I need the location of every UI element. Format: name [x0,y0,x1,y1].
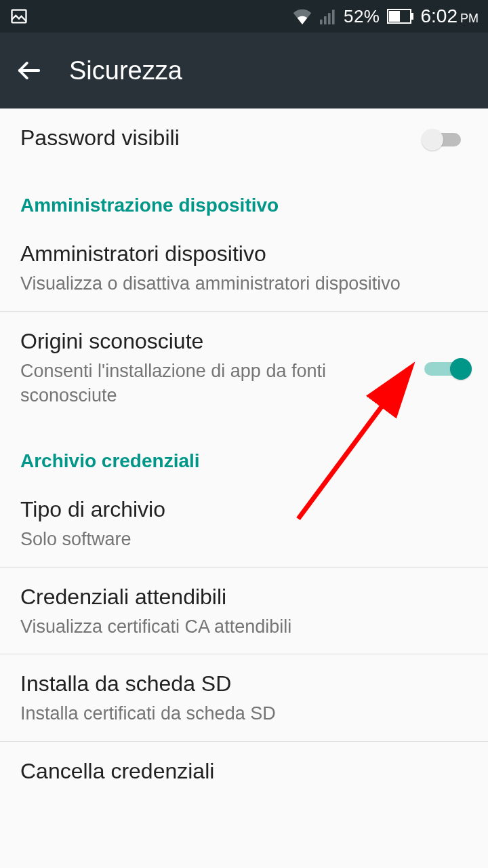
row-password-visible[interactable]: Password visibili [0,108,488,167]
clock-ampm: PM [460,12,479,25]
page-title: Sicurezza [69,56,182,85]
toggle-password-visible[interactable] [424,129,468,148]
row-subtitle: Solo software [20,527,468,551]
settings-list: Password visibili Amministrazione dispos… [0,108,488,801]
row-trusted-credentials[interactable]: Credenziali attendibili Visualizza certi… [0,568,488,655]
svg-rect-1 [320,20,323,24]
row-subtitle: Visualizza o disattiva amministratori di… [20,271,468,296]
row-install-from-sd[interactable]: Installa da scheda SD Installa certifica… [0,654,488,742]
cell-signal-icon [319,8,337,24]
clock-time: 6:02 [421,5,458,26]
clock: 6:02PM [421,5,479,27]
picture-icon [9,7,28,26]
section-credential-storage: Archivio credenziali [0,423,488,480]
svg-rect-3 [328,13,331,24]
svg-rect-6 [389,11,400,22]
svg-rect-2 [324,16,327,24]
row-subtitle: Consenti l'installazione di app da fonti… [20,359,373,408]
battery-icon [387,9,414,24]
row-clear-credentials[interactable]: Cancella credenziali [0,742,488,801]
battery-percent: 52% [344,6,380,27]
row-title: Installa da scheda SD [20,669,468,698]
row-title: Amministratori dispositivo [20,239,468,269]
app-bar: Sicurezza [0,33,488,108]
svg-rect-7 [411,13,413,20]
back-button[interactable] [16,58,42,83]
row-subtitle: Visualizza certificati CA attendibili [20,614,468,639]
row-title: Credenziali attendibili [20,583,468,612]
row-storage-type[interactable]: Tipo di archivio Solo software [0,480,488,568]
status-bar: 52% 6:02PM [0,0,488,33]
row-title: Cancella credenziali [20,757,468,786]
row-subtitle: Installa certificati da scheda SD [20,701,468,726]
section-device-admin: Amministrazione dispositivo [0,167,488,224]
row-title: Password visibili [20,123,180,153]
row-title: Tipo di archivio [20,495,468,524]
wifi-icon [292,8,312,24]
toggle-unknown-sources[interactable] [424,358,468,377]
row-device-admins[interactable]: Amministratori dispositivo Visualizza o … [0,224,488,312]
svg-rect-4 [332,9,335,24]
row-title: Origini sconosciute [20,327,373,356]
row-unknown-sources[interactable]: Origini sconosciute Consenti l'installaz… [0,312,488,423]
